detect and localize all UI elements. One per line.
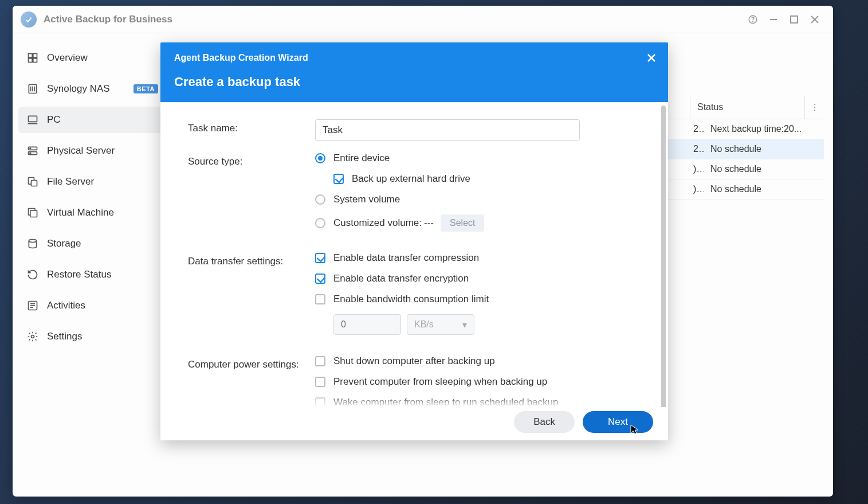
checkbox-label: Prevent computer from sleeping when back… (333, 376, 547, 388)
checkbox-bandwidth-limit[interactable] (315, 294, 325, 304)
sidebar-item-storage[interactable]: Storage (18, 230, 166, 257)
select-volume-button[interactable]: Select (441, 214, 484, 232)
beta-badge: BETA (133, 84, 158, 93)
custom-volume-value: --- (424, 217, 434, 229)
checkbox-label: Enable data transfer encryption (333, 273, 469, 284)
app-icon (21, 11, 37, 28)
sidebar-item-overview[interactable]: Overview (18, 45, 166, 71)
restore-icon (26, 268, 39, 281)
task-name-input[interactable] (315, 119, 580, 141)
sidebar-item-label: Activities (47, 300, 85, 311)
svg-rect-6 (29, 54, 33, 58)
sidebar-item-label: Physical Server (47, 145, 115, 157)
svg-point-19 (30, 153, 31, 154)
backup-wizard-dialog: Agent Backup Creation Wizard Create a ba… (160, 42, 668, 440)
radio-system-volume[interactable] (315, 194, 325, 205)
svg-rect-2 (770, 19, 777, 20)
radio-entire-device[interactable] (315, 153, 325, 163)
storage-icon (26, 237, 39, 250)
file-server-icon (26, 175, 39, 188)
checkbox-prevent-sleep[interactable] (315, 377, 325, 387)
svg-rect-21 (32, 181, 37, 186)
svg-point-24 (29, 240, 36, 243)
titlebar: Active Backup for Business (13, 6, 833, 33)
svg-point-18 (30, 148, 31, 149)
svg-rect-8 (29, 58, 33, 62)
dashboard-icon (26, 52, 39, 64)
svg-point-1 (752, 21, 753, 22)
checkbox-label: Enable bandwidth consumption limit (333, 294, 489, 305)
svg-point-29 (32, 335, 34, 338)
close-icon[interactable] (643, 49, 660, 67)
sidebar-item-label: Virtual Machine (47, 207, 114, 218)
minimize-icon[interactable] (763, 9, 784, 30)
radio-label: Customized volume: (333, 217, 422, 229)
dialog-footer: Back Next (160, 407, 668, 440)
column-status[interactable]: Status (690, 96, 804, 119)
back-button[interactable]: Back (514, 411, 575, 433)
sidebar-item-pc[interactable]: PC (18, 107, 166, 133)
nas-icon (26, 83, 39, 95)
next-button[interactable]: Next (583, 411, 653, 433)
gear-icon (26, 330, 39, 343)
bandwidth-unit-select: KB/s ▾ (407, 314, 474, 335)
vm-icon (26, 206, 39, 219)
radio-label: System volume (333, 194, 400, 205)
sidebar-item-label: Overview (47, 52, 88, 64)
sidebar-item-label: Restore Status (47, 269, 111, 280)
checkbox-compression[interactable] (315, 253, 325, 263)
sidebar-item-label: Storage (47, 238, 81, 249)
label-task-name: Task name: (188, 119, 315, 141)
pc-icon (26, 114, 39, 126)
dialog-header: Agent Backup Creation Wizard Create a ba… (160, 42, 668, 102)
wizard-title: Agent Backup Creation Wizard (174, 53, 654, 63)
activities-icon (26, 299, 39, 312)
sidebar: Overview Synology NAS BETA PC Physical S… (13, 33, 172, 497)
svg-rect-23 (30, 210, 37, 217)
close-icon[interactable] (804, 9, 825, 30)
sidebar-item-virtual-machine[interactable]: Virtual Machine (18, 200, 166, 226)
bandwidth-value-input (333, 314, 401, 335)
sidebar-item-activities[interactable]: Activities (18, 292, 166, 319)
label-data-transfer: Data transfer settings: (188, 252, 315, 344)
scrollbar-thumb[interactable] (661, 106, 666, 407)
checkbox-external-drive[interactable] (333, 174, 344, 184)
svg-rect-9 (33, 58, 37, 62)
chevron-down-icon: ▾ (462, 319, 467, 330)
label-source-type: Source type: (188, 153, 315, 241)
checkbox-shutdown[interactable] (315, 356, 325, 366)
svg-rect-7 (33, 54, 37, 58)
sidebar-item-label: Settings (47, 331, 82, 342)
column-menu-icon[interactable]: ⋮ (804, 96, 824, 119)
app-title: Active Backup for Business (44, 14, 172, 25)
checkbox-encryption[interactable] (315, 274, 325, 284)
sidebar-item-label: File Server (47, 176, 94, 187)
sidebar-item-settings[interactable]: Settings (18, 323, 166, 350)
sidebar-item-file-server[interactable]: File Server (18, 169, 166, 195)
checkbox-label: Back up external hard drive (352, 173, 470, 185)
svg-rect-14 (29, 116, 37, 122)
server-icon (26, 144, 39, 157)
sidebar-item-physical-server[interactable]: Physical Server (18, 138, 166, 164)
radio-customized-volume[interactable] (315, 218, 325, 228)
radio-label: Entire device (333, 153, 390, 164)
dialog-body: Task name: Source type: Entire device Ba… (160, 102, 668, 407)
maximize-icon[interactable] (784, 9, 804, 30)
sidebar-item-synology-nas[interactable]: Synology NAS BETA (18, 76, 166, 102)
svg-rect-3 (791, 16, 798, 23)
help-icon[interactable] (743, 9, 763, 30)
wizard-heading: Create a backup task (174, 75, 654, 89)
sidebar-item-restore-status[interactable]: Restore Status (18, 261, 166, 288)
scrollbar[interactable] (661, 106, 666, 407)
checkbox-label: Shut down computer after backing up (333, 355, 495, 367)
sidebar-item-label: PC (47, 114, 61, 126)
sidebar-item-label: Synology NAS (47, 83, 110, 95)
checkbox-label: Enable data transfer compression (333, 252, 479, 264)
